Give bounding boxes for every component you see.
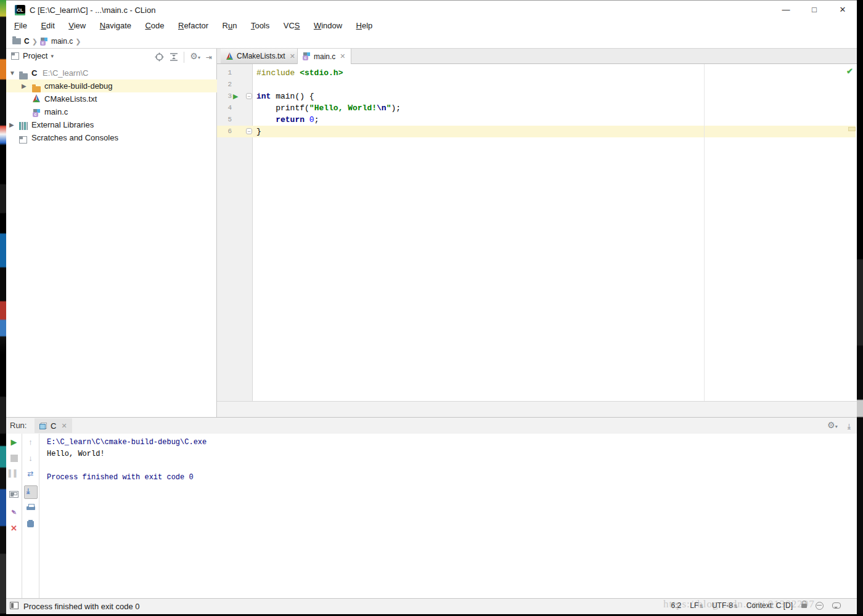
fold-marker-icon[interactable]: – (246, 128, 252, 134)
project-panel-title[interactable]: Project (23, 51, 47, 60)
menu-tools[interactable]: Tools (245, 19, 275, 32)
print-button[interactable] (22, 503, 39, 514)
clion-window: CL C [E:\C_learn\C] - ...\main.c - CLion… (6, 0, 857, 614)
close-tab-icon[interactable]: ✕ (340, 52, 345, 60)
chevron-expanded-icon[interactable]: ▼ (9, 67, 15, 79)
tree-item-project-root[interactable]: ▼ C E:\C_learn\C (6, 67, 217, 79)
fold-marker-icon[interactable]: – (246, 93, 252, 99)
line-number: 3 (219, 91, 232, 102)
title-bar: CL C [E:\C_learn\C] - ...\main.c - CLion… (6, 1, 857, 19)
run-left-toolbar: ▶ ▌▌ ✒ ✕ (6, 434, 22, 599)
settings-gear-icon[interactable]: ⚙▾ (827, 419, 838, 432)
cmake-icon (32, 94, 41, 102)
clear-all-button[interactable] (22, 519, 39, 530)
screenshot-root: { "window": { "logo": "CL", "title": "C … (0, 0, 863, 616)
tree-item-main-c[interactable]: main.c (6, 105, 217, 118)
tab-cmakelists[interactable]: CMakeLists.txt ✕ (221, 49, 301, 63)
code-line: int main() { (256, 91, 314, 102)
line-ending-widget[interactable]: LF⇅ (690, 601, 703, 610)
run-tool-window: Run: C ✕ ⚙▾ ⤓ ▶ ▌▌ ✒ ✕ ↑ ↓ ⇄ ⤓ (6, 417, 857, 598)
run-config-icon (39, 423, 47, 429)
menu-file[interactable]: File (9, 19, 33, 32)
menu-bar: File Edit View Navigate Code Refactor Ru… (6, 19, 857, 34)
status-message: Process finished with exit code 0 (23, 602, 140, 611)
caret-position-widget[interactable]: 6:2 (671, 601, 682, 610)
status-right-widgets: 6:2 LF⇅ UTF-8⇅ Context: C [D] (671, 601, 841, 610)
tree-item-cmake-build-debug[interactable]: ▶ cmake-build-debug (6, 79, 217, 92)
pin-tab-button[interactable]: ✒ (6, 506, 22, 517)
locate-file-button[interactable] (155, 52, 164, 62)
maximize-button[interactable]: □ (800, 1, 828, 19)
tree-item-scratches[interactable]: Scratches and Consoles (6, 131, 217, 144)
collapse-all-button[interactable] (170, 52, 178, 62)
prev-trace-button[interactable]: ↑ (22, 437, 39, 447)
menu-navigate[interactable]: Navigate (94, 19, 137, 32)
menu-help[interactable]: Help (351, 19, 378, 32)
close-button[interactable]: ✕ (828, 1, 857, 19)
line-number: 6 (219, 126, 232, 137)
close-tab-icon[interactable]: ✕ (290, 52, 295, 60)
rerun-button[interactable]: ▶ (6, 437, 22, 447)
tab-main-c[interactable]: main.c ✕ (297, 49, 351, 64)
menu-view[interactable]: View (63, 19, 91, 32)
caret-line-highlight (217, 126, 856, 137)
c-file-icon (40, 38, 48, 46)
minimize-button[interactable]: — (772, 1, 800, 19)
line-number: 4 (219, 102, 232, 114)
line-number: 5 (219, 114, 232, 126)
line-number: 2 (219, 79, 232, 91)
inspection-ok-icon[interactable]: ✔ (846, 67, 853, 76)
close-panel-button[interactable]: ✕ (6, 524, 22, 533)
menu-vcs[interactable]: VCS (278, 19, 306, 32)
code-editor[interactable]: 1 2 3 4 5 6 ▶ – – #include <stdio.h> int… (217, 64, 857, 401)
event-log-bubble-icon[interactable] (832, 602, 841, 609)
clion-logo-icon: CL (15, 5, 25, 15)
tree-item-external-libraries[interactable]: ▶ External Libraries (6, 118, 217, 131)
desktop-background-strip-right (857, 0, 863, 616)
run-tab[interactable]: C ✕ (35, 418, 72, 433)
menu-refactor[interactable]: Refactor (173, 19, 214, 32)
run-panel-label: Run: (10, 421, 27, 430)
menu-run[interactable]: Run (217, 19, 243, 32)
encoding-widget[interactable]: UTF-8⇅ (712, 601, 738, 610)
hide-panel-icon[interactable]: ⇥ (206, 52, 212, 63)
console-output-line: Hello, World! (47, 448, 105, 460)
chevron-collapsed-icon[interactable]: ▶ (9, 118, 14, 131)
desktop-background-strip-left (0, 0, 6, 616)
menu-code[interactable]: Code (139, 19, 170, 32)
soft-wrap-button[interactable]: ⇄ (22, 469, 39, 478)
pause-output-button[interactable]: ▌▌ (6, 469, 22, 477)
run-panel-header: Run: C ✕ ⚙▾ ⤓ (6, 418, 857, 434)
scrollbar-caret-marker (848, 127, 856, 131)
menu-window[interactable]: Window (308, 19, 348, 32)
restore-layout-button[interactable] (6, 489, 22, 500)
tree-item-cmakelists[interactable]: CMakeLists.txt (6, 92, 217, 105)
scroll-to-end-button[interactable]: ⤓ (24, 485, 36, 498)
run-gutter-icon[interactable]: ▶ (233, 91, 238, 102)
menu-edit[interactable]: Edit (35, 19, 60, 32)
breadcrumb-project[interactable]: C (24, 37, 30, 46)
readonly-lock-icon[interactable] (801, 604, 807, 608)
project-panel: Project ▾ ⚙▾ ⇥ (6, 49, 217, 417)
dock-panel-icon[interactable]: ⤓ (848, 421, 851, 432)
code-line: return 0; (256, 114, 319, 126)
editor-bottom-strip (217, 401, 857, 417)
stop-button[interactable] (6, 453, 22, 464)
console-exit-line: Process finished with exit code 0 (47, 472, 194, 484)
code-line: printf("Hello, World!\n"); (256, 102, 401, 114)
line-number: 1 (219, 67, 232, 79)
close-tab-icon[interactable]: ✕ (61, 422, 67, 430)
settings-gear-icon[interactable]: ⚙▾ (190, 51, 200, 63)
folder-icon (12, 38, 21, 44)
project-panel-header: Project ▾ ⚙▾ ⇥ (6, 49, 217, 65)
next-trace-button[interactable]: ↓ (22, 453, 39, 463)
context-widget[interactable]: Context: C [D] (746, 601, 793, 610)
breadcrumb: C ❯ main.c ❯ (12, 36, 83, 47)
breadcrumb-file[interactable]: main.c (51, 37, 73, 46)
code-line: } (256, 126, 261, 137)
toolwindow-toggle-icon[interactable] (10, 602, 18, 609)
code-line: #include <stdio.h> (256, 67, 343, 79)
navigation-bar: C ❯ main.c ❯ ↓ 011001 C | Debug ∨ ▶ (6, 34, 857, 49)
chevron-collapsed-icon[interactable]: ▶ (22, 79, 27, 92)
inspection-profile-icon[interactable] (816, 602, 824, 610)
